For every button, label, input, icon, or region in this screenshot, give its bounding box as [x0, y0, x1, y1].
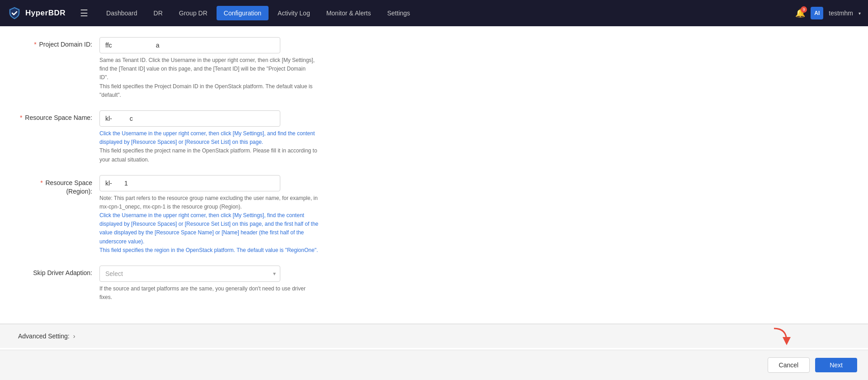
skip-driver-select[interactable]: Select Yes No	[99, 266, 280, 282]
resource-space-name-label: * Resource Space Name:	[18, 110, 99, 121]
project-domain-id-field-col: Same as Tenant ID. Click the Username in…	[99, 37, 389, 100]
nav-item-group-dr[interactable]: Group DR	[172, 6, 215, 20]
required-asterisk-2: *	[20, 114, 22, 121]
notification-badge: 9	[801, 6, 807, 13]
resource-space-region-hint: Note: This part refers to the resource g…	[99, 194, 344, 255]
hamburger-button[interactable]: ☰	[76, 6, 92, 20]
next-arrow-icon	[770, 325, 792, 347]
nav-right: 🔔 9 AI testmhm ▾	[795, 7, 861, 19]
cancel-button[interactable]: Cancel	[768, 357, 810, 373]
top-navbar: HyperBDR ☰ Dashboard DR Group DR Configu…	[0, 0, 868, 26]
avatar: AI	[811, 7, 823, 19]
project-domain-id-hint: Same as Tenant ID. Click the Username in…	[99, 56, 344, 100]
resource-space-name-hint: Click the Username in the upper right co…	[99, 129, 344, 164]
next-button[interactable]: Next	[815, 358, 857, 372]
main-content: * Project Domain ID: Same as Tenant ID. …	[0, 26, 868, 350]
brand-name: HyperBDR	[25, 9, 66, 18]
nav-items: Dashboard DR Group DR Configuration Acti…	[99, 6, 792, 20]
resource-space-name-field-col: Click the Username in the upper right co…	[99, 110, 389, 164]
project-domain-id-input[interactable]	[99, 37, 280, 53]
footer-bar: Cancel Next	[0, 350, 868, 380]
resource-space-region-label: * Resource Space(Region):	[18, 175, 99, 196]
resource-space-name-row: * Resource Space Name: Click the Usernam…	[18, 110, 389, 164]
project-domain-id-row: * Project Domain ID: Same as Tenant ID. …	[18, 37, 389, 100]
arrow-indicator	[770, 325, 792, 348]
nav-item-configuration[interactable]: Configuration	[217, 6, 269, 20]
nav-item-monitor-alerts[interactable]: Monitor & Alerts	[319, 6, 378, 20]
required-asterisk-3: *	[40, 179, 42, 186]
resource-space-region-field-col: Note: This part refers to the resource g…	[99, 175, 389, 255]
nav-item-activity-log[interactable]: Activity Log	[270, 6, 317, 20]
nav-item-settings[interactable]: Settings	[380, 6, 418, 20]
form-container: * Project Domain ID: Same as Tenant ID. …	[0, 26, 407, 323]
nav-item-dashboard[interactable]: Dashboard	[99, 6, 145, 20]
advanced-setting-bar[interactable]: Advanced Setting: ›	[0, 324, 868, 348]
skip-driver-adaption-row: Skip Driver Adaption: Select Yes No ▾ If…	[18, 266, 389, 302]
brand: HyperBDR	[7, 6, 66, 20]
resource-space-name-input[interactable]	[99, 110, 280, 127]
advanced-chevron-icon: ›	[73, 332, 75, 340]
nav-item-dr[interactable]: DR	[146, 6, 170, 20]
resource-space-region-row: * Resource Space(Region): Note: This par…	[18, 175, 389, 255]
project-domain-id-label: * Project Domain ID:	[18, 37, 99, 48]
notification-bell[interactable]: 🔔 9	[795, 8, 805, 18]
username-label[interactable]: testmhm	[829, 10, 853, 17]
skip-driver-select-wrapper: Select Yes No ▾	[99, 266, 280, 282]
skip-driver-adaption-label: Skip Driver Adaption:	[18, 266, 99, 276]
skip-driver-adaption-field-col: Select Yes No ▾ If the source and target…	[99, 266, 389, 302]
skip-driver-adaption-hint: If the source and target platforms are t…	[99, 285, 344, 302]
advanced-setting-label: Advanced Setting:	[18, 332, 70, 340]
required-asterisk: *	[34, 41, 36, 48]
resource-space-region-input[interactable]	[99, 175, 280, 191]
brand-logo-icon	[7, 6, 22, 20]
user-menu-chevron[interactable]: ▾	[859, 11, 861, 16]
